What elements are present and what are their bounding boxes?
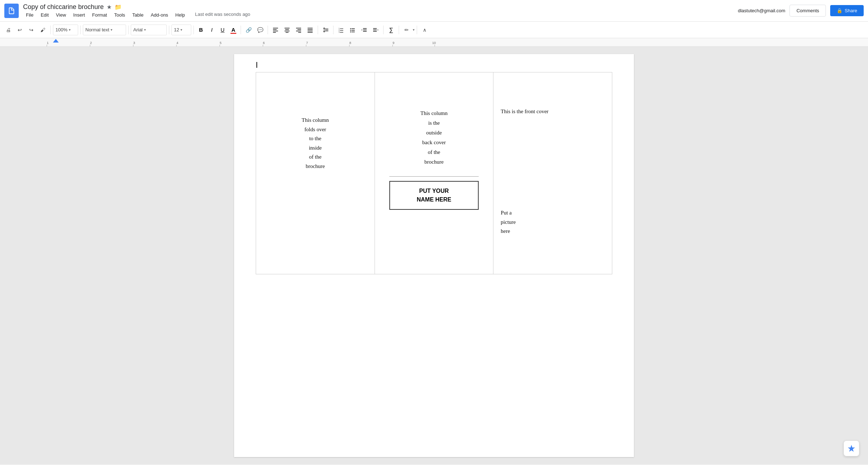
- ai-assistant-button[interactable]: [844, 440, 859, 456]
- svg-rect-25: [352, 30, 355, 31]
- divider-12: [417, 26, 417, 34]
- numbered-list-button[interactable]: 1.2.3.: [336, 25, 346, 35]
- text-color-button[interactable]: A: [228, 25, 238, 35]
- svg-rect-33: [373, 31, 377, 32]
- doc-title-area: Copy of chiccarine brochure ★ 📁 File Edi…: [23, 3, 738, 18]
- align-left-button[interactable]: [270, 25, 281, 35]
- paint-format-icon: 🖌: [40, 27, 45, 33]
- page[interactable]: This columnfolds overto theinsideof theb…: [234, 54, 634, 457]
- share-button[interactable]: 🔒 Share: [830, 5, 864, 16]
- user-email[interactable]: dlastutech@gmail.com: [738, 8, 786, 13]
- svg-rect-19: [340, 30, 343, 31]
- align-justify-icon: [307, 27, 313, 33]
- align-justify-button[interactable]: [305, 25, 316, 35]
- divider-8: [318, 26, 318, 34]
- comments-button[interactable]: Comments: [789, 5, 826, 17]
- svg-text:1: 1: [47, 41, 49, 45]
- brochure-col3[interactable]: This is the front cover Put apicturehere: [493, 72, 612, 274]
- cursor: [256, 62, 257, 68]
- print-button[interactable]: 🖨: [3, 25, 14, 35]
- indent-more-button[interactable]: [370, 25, 381, 35]
- align-center-icon: [284, 27, 290, 33]
- indent-less-button[interactable]: [359, 25, 370, 35]
- star-icon[interactable]: ★: [107, 4, 112, 10]
- svg-text:5: 5: [220, 41, 222, 45]
- collapse-toolbar-button[interactable]: ∧: [419, 25, 430, 35]
- svg-rect-14: [308, 31, 313, 31]
- doc-area: This columnfolds overto theinsideof theb…: [0, 47, 868, 464]
- share-label: Share: [845, 8, 857, 13]
- svg-rect-28: [363, 28, 367, 29]
- font-size-value: 12: [174, 27, 179, 32]
- menu-addons[interactable]: Add-ons: [148, 12, 171, 18]
- app-icon: [4, 4, 19, 18]
- font-size-dropdown[interactable]: 12 ▾: [171, 25, 191, 35]
- pen-icon: ✏: [404, 27, 409, 33]
- bullet-list-button[interactable]: [347, 25, 358, 35]
- link-icon: 🔗: [246, 27, 252, 33]
- font-style-dropdown[interactable]: Normal text ▾: [83, 25, 126, 35]
- menu-tools[interactable]: Tools: [111, 12, 128, 18]
- menu-table[interactable]: Table: [129, 12, 146, 18]
- indent-more-icon: [373, 27, 379, 33]
- menu-file[interactable]: File: [23, 12, 36, 18]
- zoom-dropdown[interactable]: 100% ▾: [53, 25, 78, 35]
- align-center-button[interactable]: [282, 25, 292, 35]
- link-button[interactable]: 🔗: [243, 25, 254, 35]
- divider-9: [333, 26, 334, 34]
- numbered-list-icon: 1.2.3.: [338, 27, 344, 33]
- indent-less-icon: [361, 27, 367, 33]
- divider-6: [241, 26, 241, 34]
- svg-rect-0: [273, 28, 278, 28]
- font-name-dropdown[interactable]: Arial ▾: [131, 25, 167, 35]
- svg-rect-32: [373, 30, 377, 30]
- name-box[interactable]: PUT YOURNAME HERE: [389, 181, 479, 210]
- svg-rect-29: [363, 30, 367, 30]
- svg-rect-13: [308, 29, 313, 30]
- svg-rect-17: [340, 28, 343, 29]
- pen-arrow[interactable]: ▾: [413, 28, 415, 32]
- svg-point-22: [350, 28, 351, 29]
- line-spacing-icon: [323, 27, 328, 33]
- divider-10: [383, 26, 384, 34]
- menu-view[interactable]: View: [53, 12, 69, 18]
- pen-button[interactable]: ✏: [401, 25, 412, 35]
- menu-help[interactable]: Help: [173, 12, 188, 18]
- doc-title[interactable]: Copy of chiccarine brochure: [23, 3, 104, 11]
- menu-bar: File Edit View Insert Format Tools Table…: [23, 12, 738, 18]
- col3-picture-text: Put apicturehere: [501, 208, 605, 236]
- zoom-value: 100%: [55, 27, 67, 32]
- bold-button[interactable]: B: [196, 25, 206, 35]
- comment-button[interactable]: 💬: [255, 25, 265, 35]
- svg-text:3.: 3.: [339, 31, 340, 33]
- undo-button[interactable]: ↩: [14, 25, 25, 35]
- align-right-button[interactable]: [293, 25, 304, 35]
- svg-rect-3: [273, 32, 276, 33]
- brochure-col2[interactable]: This columnis theoutsideback coverof the…: [375, 72, 493, 274]
- col2-top-text: This columnis theoutsideback coverof the…: [382, 80, 486, 173]
- ai-icon: [847, 444, 856, 453]
- line-spacing-button[interactable]: [320, 25, 331, 35]
- svg-text:3: 3: [133, 41, 135, 45]
- menu-insert[interactable]: Insert: [70, 12, 88, 18]
- font-style-arrow: ▾: [111, 28, 112, 32]
- collapse-icon: ∧: [423, 27, 426, 33]
- svg-rect-1: [273, 29, 277, 30]
- svg-point-24: [350, 30, 351, 31]
- menu-edit[interactable]: Edit: [38, 12, 52, 18]
- italic-button[interactable]: I: [207, 25, 217, 35]
- brochure-col1[interactable]: This columnfolds overto theinsideof theb…: [256, 72, 375, 274]
- formula-button[interactable]: ∑: [386, 25, 397, 35]
- svg-rect-9: [297, 29, 301, 30]
- menu-format[interactable]: Format: [89, 12, 110, 18]
- svg-text:9: 9: [393, 41, 394, 45]
- font-size-arrow: ▾: [180, 28, 182, 32]
- svg-text:7: 7: [306, 41, 308, 45]
- name-box-text: PUT YOURNAME HERE: [394, 187, 475, 204]
- top-right: dlastutech@gmail.com Comments 🔒 Share: [738, 5, 864, 17]
- redo-button[interactable]: ↪: [26, 25, 37, 35]
- underline-button[interactable]: U: [218, 25, 228, 35]
- folder-icon[interactable]: 📁: [115, 4, 122, 10]
- paint-format-button[interactable]: 🖌: [37, 25, 48, 35]
- svg-rect-8: [296, 28, 301, 28]
